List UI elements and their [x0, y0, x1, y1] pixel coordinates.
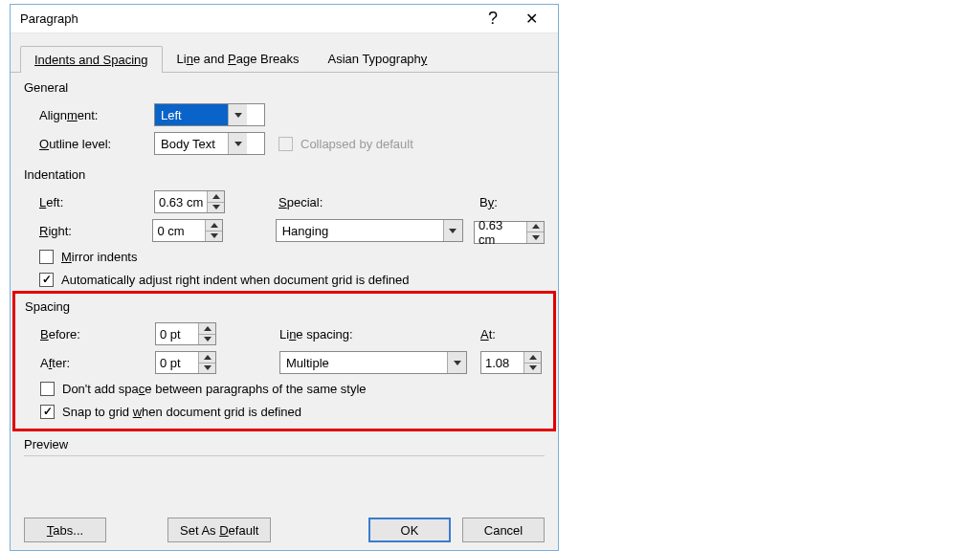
special-value: Hanging — [277, 220, 443, 241]
spin-down-icon[interactable] — [198, 334, 215, 345]
paragraph-dialog: Paragraph ? ✕ Indents and Spacing Line a… — [10, 4, 559, 551]
at-spinner[interactable]: 1.08 — [480, 351, 542, 374]
spacing-highlight: Spacing Before: 0 pt Line spacing: At: A… — [12, 291, 556, 431]
snap-to-grid-label: Snap to grid when document grid is defin… — [62, 405, 301, 419]
auto-adjust-label: Automatically adjust right indent when d… — [61, 273, 410, 287]
spin-down-icon[interactable] — [207, 202, 224, 213]
dialog-content: General Alignment: Left Outline level: B… — [11, 73, 558, 456]
tab-strip: Indents and Spacing Line and Page Breaks… — [11, 33, 558, 73]
indent-right-value: 0 cm — [153, 220, 205, 241]
group-indentation: Indentation — [24, 167, 545, 182]
at-label: At: — [480, 327, 496, 342]
spin-down-icon[interactable] — [198, 363, 215, 374]
alignment-combo[interactable]: Left — [154, 103, 265, 126]
special-label: Special: — [278, 195, 479, 209]
by-spinner[interactable]: 0.63 cm — [474, 221, 545, 244]
indent-left-spinner[interactable]: 0.63 cm — [154, 190, 225, 213]
indent-left-value: 0.63 cm — [155, 191, 207, 212]
set-as-default-button[interactable]: Set As Default — [167, 518, 271, 542]
spacing-before-label: Before: — [40, 327, 155, 342]
alignment-value: Left — [155, 104, 228, 125]
spin-up-icon[interactable] — [526, 222, 544, 232]
chevron-down-icon[interactable] — [228, 104, 247, 125]
dont-add-space-checkbox[interactable] — [40, 382, 55, 396]
tab-line-and-page-breaks[interactable]: Line and Page Breaks — [163, 45, 314, 72]
line-spacing-label: Line spacing: — [279, 327, 480, 342]
outline-level-combo[interactable]: Body Text — [154, 132, 265, 155]
spin-up-icon[interactable] — [207, 191, 224, 202]
divider — [24, 455, 545, 456]
outline-level-label: Outline level: — [39, 137, 154, 151]
spin-down-icon[interactable] — [205, 231, 222, 242]
outline-level-value: Body Text — [155, 133, 228, 154]
spacing-before-value: 0 pt — [156, 323, 198, 344]
dont-add-space-label: Don't add space between paragraphs of th… — [62, 382, 367, 396]
indent-right-spinner[interactable]: 0 cm — [152, 219, 223, 242]
by-value: 0.63 cm — [475, 222, 526, 243]
indent-left-label: Left: — [39, 195, 154, 209]
auto-adjust-checkbox[interactable] — [39, 273, 54, 287]
special-combo[interactable]: Hanging — [276, 219, 463, 242]
tab-asian-typography[interactable]: Asian Typography — [314, 45, 442, 72]
alignment-label: Alignment: — [39, 108, 154, 122]
collapsed-checkbox — [278, 137, 293, 151]
group-spacing: Spacing — [25, 299, 544, 314]
chevron-down-icon[interactable] — [443, 220, 462, 241]
snap-to-grid-checkbox[interactable] — [40, 405, 55, 419]
spin-up-icon[interactable] — [198, 352, 215, 363]
spin-down-icon[interactable] — [523, 363, 541, 374]
spacing-after-value: 0 pt — [156, 352, 198, 373]
spin-up-icon[interactable] — [205, 220, 222, 231]
indent-right-label: Right: — [39, 224, 152, 238]
group-preview: Preview — [24, 437, 545, 452]
title-bar: Paragraph ? ✕ — [11, 5, 558, 33]
line-spacing-value: Multiple — [280, 352, 447, 373]
cancel-button[interactable]: Cancel — [462, 518, 545, 542]
spin-down-icon[interactable] — [526, 231, 544, 243]
chevron-down-icon[interactable] — [228, 133, 247, 154]
mirror-indents-label: Mirror indents — [61, 250, 137, 264]
ok-button[interactable]: OK — [368, 518, 451, 542]
spin-up-icon[interactable] — [198, 323, 215, 334]
group-general: General — [24, 80, 545, 95]
chevron-down-icon[interactable] — [447, 352, 466, 373]
dialog-title: Paragraph — [20, 11, 78, 26]
at-value: 1.08 — [481, 352, 523, 373]
spacing-after-spinner[interactable]: 0 pt — [155, 351, 216, 374]
line-spacing-combo[interactable]: Multiple — [279, 351, 467, 374]
help-button[interactable]: ? — [474, 9, 512, 29]
by-label: By: — [479, 195, 498, 209]
tabs-button[interactable]: Tabs... — [24, 518, 106, 542]
spacing-after-label: After: — [40, 356, 155, 370]
spacing-before-spinner[interactable]: 0 pt — [155, 322, 216, 345]
close-button[interactable]: ✕ — [512, 10, 550, 28]
mirror-indents-checkbox[interactable] — [39, 250, 54, 264]
spin-up-icon[interactable] — [523, 352, 541, 363]
button-row: Tabs... Set As Default OK Cancel — [11, 518, 558, 542]
collapsed-label: Collapsed by default — [301, 137, 413, 151]
tab-indents-and-spacing[interactable]: Indents and Spacing — [20, 46, 163, 73]
